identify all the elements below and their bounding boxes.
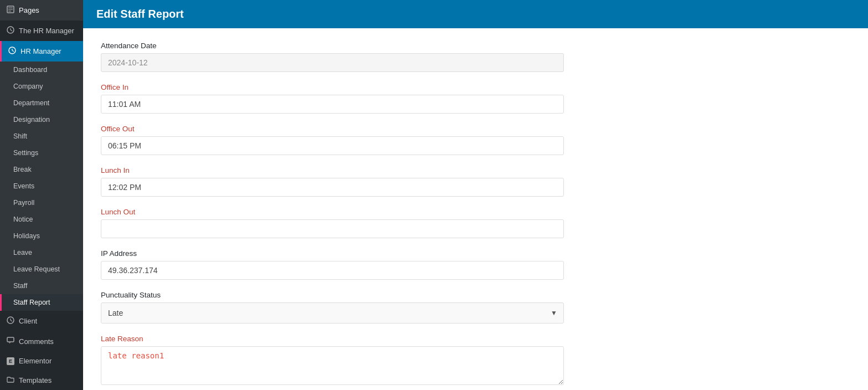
label-ip-address: IP Address bbox=[101, 249, 564, 258]
pages-icon bbox=[7, 6, 14, 15]
sidebar-item-pages-label: Pages bbox=[19, 6, 39, 14]
sidebar-item-comments-label: Comments bbox=[19, 337, 54, 346]
sidebar: Pages The HR Manager HR Manager Dashboar… bbox=[0, 0, 83, 390]
sidebar-item-payroll[interactable]: Payroll bbox=[0, 194, 83, 211]
select-wrapper-punctuality: Late On Time Early ▼ bbox=[101, 302, 564, 324]
clock-icon-client bbox=[7, 316, 14, 326]
svg-line-12 bbox=[11, 320, 12, 321]
form-group-lunch-in: Lunch In bbox=[101, 166, 564, 197]
sidebar-item-elementor-label: Elementor bbox=[19, 357, 52, 365]
sidebar-section-hr-manager-label: HR Manager bbox=[20, 47, 61, 55]
clock-icon-hrm bbox=[7, 26, 14, 35]
input-office-in[interactable] bbox=[101, 95, 564, 114]
sidebar-section-hr-manager[interactable]: HR Manager bbox=[0, 41, 83, 61]
input-office-out[interactable] bbox=[101, 136, 564, 155]
label-punctuality-status: Punctuality Status bbox=[101, 291, 564, 299]
sidebar-item-templates[interactable]: Templates bbox=[0, 371, 83, 390]
label-lunch-out: Lunch Out bbox=[101, 208, 564, 216]
form-body: Attendance Date Office In Office Out Lun… bbox=[83, 28, 582, 390]
sidebar-item-staff-report[interactable]: Staff Report bbox=[0, 294, 83, 311]
input-lunch-in[interactable] bbox=[101, 178, 564, 197]
svg-line-6 bbox=[11, 30, 12, 31]
sidebar-item-notice[interactable]: Notice bbox=[0, 211, 83, 228]
sidebar-item-leave-request[interactable]: Leave Request bbox=[0, 261, 83, 278]
sidebar-item-company[interactable]: Company bbox=[0, 78, 83, 95]
form-group-late-reason: Late Reason bbox=[101, 335, 564, 387]
comment-icon bbox=[7, 337, 14, 346]
sidebar-item-client-label: Client bbox=[19, 317, 37, 325]
sidebar-item-client[interactable]: Client bbox=[0, 311, 83, 331]
folder-icon bbox=[7, 376, 14, 384]
clock-icon-hr bbox=[8, 47, 16, 56]
form-group-office-out: Office Out bbox=[101, 125, 564, 155]
page-title: Edit Staff Report bbox=[96, 8, 855, 20]
sidebar-item-holidays[interactable]: Holidays bbox=[0, 228, 83, 244]
page-header: Edit Staff Report bbox=[83, 0, 868, 28]
label-late-reason: Late Reason bbox=[101, 335, 564, 343]
form-group-ip-address: IP Address bbox=[101, 249, 564, 280]
sidebar-item-templates-label: Templates bbox=[19, 376, 52, 384]
sidebar-item-designation[interactable]: Designation bbox=[0, 111, 83, 128]
label-office-in: Office In bbox=[101, 83, 564, 91]
form-group-attendance-date: Attendance Date bbox=[101, 42, 564, 72]
sidebar-item-break[interactable]: Break bbox=[0, 161, 83, 178]
sidebar-item-staff[interactable]: Staff bbox=[0, 278, 83, 294]
sidebar-item-department[interactable]: Department bbox=[0, 95, 83, 111]
sidebar-item-dashboard[interactable]: Dashboard bbox=[0, 61, 83, 78]
label-lunch-in: Lunch In bbox=[101, 166, 564, 175]
sidebar-item-pages[interactable]: Pages bbox=[0, 0, 83, 20]
sidebar-item-elementor[interactable]: E Elementor bbox=[0, 351, 83, 371]
form-group-office-in: Office In bbox=[101, 83, 564, 114]
form-group-punctuality-status: Punctuality Status Late On Time Early ▼ bbox=[101, 291, 564, 324]
label-office-out: Office Out bbox=[101, 125, 564, 133]
sidebar-item-comments[interactable]: Comments bbox=[0, 331, 83, 351]
label-attendance-date: Attendance Date bbox=[101, 42, 564, 50]
input-lunch-out[interactable] bbox=[101, 219, 564, 238]
svg-rect-13 bbox=[7, 337, 14, 342]
select-punctuality-status[interactable]: Late On Time Early bbox=[101, 302, 564, 324]
textarea-late-reason[interactable] bbox=[101, 346, 564, 385]
input-attendance-date[interactable] bbox=[101, 53, 564, 72]
input-ip-address[interactable] bbox=[101, 261, 564, 280]
sidebar-item-shift[interactable]: Shift bbox=[0, 128, 83, 145]
sidebar-item-the-hr-manager-label: The HR Manager bbox=[19, 27, 74, 35]
main-content: Edit Staff Report Attendance Date Office… bbox=[83, 0, 868, 390]
elementor-icon: E bbox=[7, 357, 14, 365]
sidebar-item-settings[interactable]: Settings bbox=[0, 145, 83, 161]
sidebar-item-events[interactable]: Events bbox=[0, 178, 83, 194]
svg-line-9 bbox=[12, 50, 14, 52]
sidebar-submenu-hr-manager: Dashboard Company Department Designation… bbox=[0, 61, 83, 311]
sidebar-item-the-hr-manager[interactable]: The HR Manager bbox=[0, 20, 83, 41]
sidebar-item-leave[interactable]: Leave bbox=[0, 244, 83, 261]
form-group-lunch-out: Lunch Out bbox=[101, 208, 564, 238]
